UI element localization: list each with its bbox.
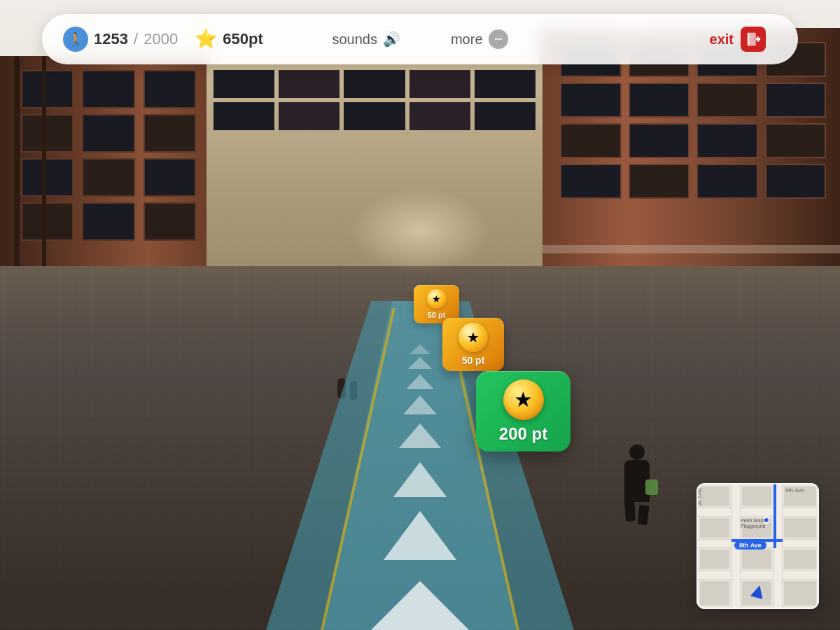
distant-figure-2 — [350, 381, 357, 400]
exit-door-icon — [741, 27, 766, 52]
map-street-label-9th: 9th Ave — [785, 487, 804, 493]
reward-coin-icon: ★ — [503, 379, 544, 420]
map-poi-label: Penn South Playground — [741, 518, 772, 530]
star-icon: ⭐ — [195, 28, 217, 50]
svg-point-14 — [754, 38, 755, 40]
more-dots-icon: ··· — [489, 29, 508, 49]
reward-large-points: 200 pt — [499, 424, 547, 444]
steps-separator: / — [130, 30, 142, 48]
reward-medium[interactable]: ★ 50 pt — [442, 318, 504, 371]
walker-icon: 🚶 — [63, 27, 88, 52]
sound-icon: 🔊 — [383, 31, 400, 48]
mini-map[interactable]: 8th Ave W 24th St 9th Ave Penn South Pla… — [696, 483, 819, 609]
sounds-button[interactable]: sounds 🔊 — [321, 25, 412, 53]
more-button[interactable]: more ··· — [440, 24, 519, 55]
person-figure — [621, 444, 652, 522]
points-group: ⭐ 650pt — [195, 28, 262, 50]
more-label: more — [451, 31, 483, 48]
points-value: 650pt — [223, 30, 262, 48]
steps-group: 🚶 1253 / 2000 — [63, 27, 178, 52]
reward-large[interactable]: ★ 200 pt — [476, 371, 570, 451]
sounds-label: sounds — [332, 31, 377, 48]
map-street-label-w24: W 24th St — [696, 483, 703, 506]
exit-label: exit — [710, 31, 734, 48]
reward-star-icon-small: ★ — [427, 289, 447, 309]
reward-small-points: 50 pt — [428, 311, 446, 319]
map-route-label: 8th Ave — [734, 541, 766, 550]
distant-figure-1 — [337, 378, 346, 399]
hud-bar: 🚶 1253 / 2000 ⭐ 650pt sounds 🔊 more ··· … — [42, 14, 798, 64]
reward-star-icon-medium: ★ — [458, 323, 488, 352]
exit-button[interactable]: exit — [699, 21, 777, 57]
reward-medium-points: 50 pt — [462, 355, 485, 366]
steps-current: 1253 — [94, 30, 128, 48]
steps-total: 2000 — [144, 30, 178, 48]
